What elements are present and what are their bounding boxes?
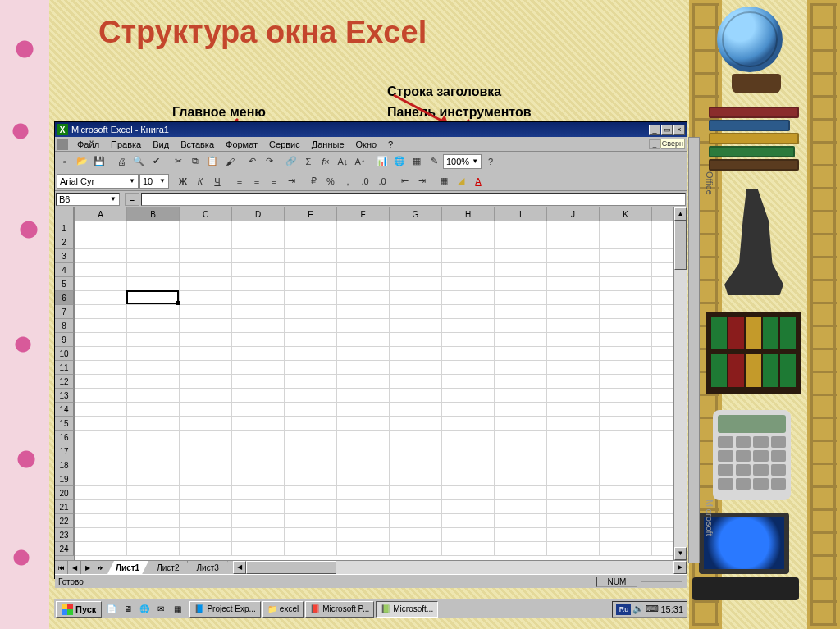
row-header[interactable]: 22 <box>55 514 74 528</box>
row-header[interactable]: 10 <box>55 347 74 361</box>
quicklaunch-icon[interactable]: 📄 <box>104 602 119 617</box>
sort-asc-button[interactable]: A↓ <box>335 153 351 170</box>
font-name-dropdown[interactable]: Arial Cyr▼ <box>57 174 139 189</box>
row-header[interactable]: 18 <box>55 458 74 472</box>
save-button[interactable]: 💾 <box>91 153 107 170</box>
office-shortcut-bar[interactable] <box>688 137 700 563</box>
cut-button[interactable]: ✂ <box>170 153 186 170</box>
new-button[interactable]: ▫ <box>57 153 73 170</box>
row-header[interactable]: 5 <box>55 277 74 291</box>
row-header[interactable]: 21 <box>55 500 74 514</box>
percent-button[interactable]: % <box>322 173 339 189</box>
paste-button[interactable]: 📋 <box>204 153 221 170</box>
help-button[interactable]: ? <box>482 153 499 170</box>
tab-nav-last[interactable]: ⏭ <box>94 561 107 574</box>
menu-help[interactable]: ? <box>382 139 399 150</box>
row-header[interactable]: 1 <box>55 221 74 235</box>
autosum-button[interactable]: Σ <box>300 153 317 170</box>
tab-nav-prev[interactable]: ◀ <box>68 561 81 574</box>
preview-button[interactable]: 🔍 <box>130 153 147 170</box>
column-header[interactable]: B <box>127 207 180 221</box>
bold-button[interactable]: Ж <box>175 173 191 189</box>
row-header[interactable]: 11 <box>55 361 74 375</box>
font-size-dropdown[interactable]: 10▼ <box>139 174 169 189</box>
hyperlink-button[interactable]: 🔗 <box>283 153 299 170</box>
drawing-button[interactable]: ✎ <box>426 153 442 170</box>
quicklaunch-icon[interactable]: 🌐 <box>137 602 152 617</box>
inc-indent-button[interactable]: ⇥ <box>413 173 430 189</box>
tray-icon[interactable]: ⌨ <box>646 604 659 614</box>
taskbar-task[interactable]: 📕Microsoft P... <box>305 601 374 618</box>
row-header[interactable]: 12 <box>55 375 74 389</box>
scroll-right-button[interactable]: ▶ <box>673 561 687 574</box>
borders-button[interactable]: ▦ <box>436 173 452 189</box>
dec-indent-button[interactable]: ⇤ <box>396 173 413 189</box>
select-all-corner[interactable] <box>55 207 74 221</box>
italic-button[interactable]: К <box>192 173 208 189</box>
spell-button[interactable]: ✔ <box>148 153 164 170</box>
formula-input[interactable] <box>141 193 686 206</box>
horizontal-scrollbar[interactable]: ◀ ▶ <box>233 561 687 574</box>
quicklaunch-icon[interactable]: ✉ <box>153 602 168 617</box>
tab-nav-next[interactable]: ▶ <box>81 561 94 574</box>
document-icon[interactable] <box>57 139 68 150</box>
row-header[interactable]: 16 <box>55 431 74 444</box>
zoom-dropdown[interactable]: 100%▼ <box>443 154 482 169</box>
sort-desc-button[interactable]: A↑ <box>352 153 368 170</box>
format-painter-button[interactable]: 🖌 <box>221 153 238 170</box>
minimize-button[interactable]: _ <box>649 125 660 135</box>
row-header[interactable]: 2 <box>55 235 74 249</box>
row-header[interactable]: 24 <box>55 542 74 556</box>
taskbar-task[interactable]: 📘Project Exp... <box>189 601 260 618</box>
column-header[interactable]: H <box>442 207 495 221</box>
row-header[interactable]: 4 <box>55 263 74 277</box>
clock[interactable]: 15:31 <box>660 604 683 614</box>
menu-view[interactable]: Вид <box>147 139 175 150</box>
row-header[interactable]: 9 <box>55 333 74 347</box>
align-center-button[interactable]: ≡ <box>249 173 265 189</box>
close-button[interactable]: × <box>673 125 685 135</box>
column-header[interactable]: C <box>180 207 232 221</box>
column-header[interactable]: K <box>600 207 652 221</box>
scroll-thumb[interactable] <box>674 221 687 270</box>
taskbar-task[interactable]: 📁excel <box>262 601 304 618</box>
underline-button[interactable]: Ч <box>209 173 226 189</box>
sheet-tab[interactable]: Лист3 <box>188 561 227 574</box>
title-bar[interactable]: X Microsoft Excel - Книга1 _ ▭ × <box>55 122 687 137</box>
copy-button[interactable]: ⧉ <box>187 153 203 170</box>
language-indicator[interactable]: Ru <box>616 604 631 615</box>
row-header[interactable]: 17 <box>55 444 74 458</box>
doc-minimize-button[interactable]: _ <box>649 139 660 149</box>
row-header[interactable]: 19 <box>55 472 74 486</box>
row-header[interactable]: 8 <box>55 319 74 333</box>
vertical-scrollbar[interactable]: ▲ ▼ <box>673 207 687 560</box>
column-header[interactable]: I <box>495 207 547 221</box>
column-header[interactable]: E <box>285 207 337 221</box>
menu-data[interactable]: Данные <box>306 139 350 150</box>
row-header[interactable]: 7 <box>55 305 74 319</box>
print-button[interactable]: 🖨 <box>113 153 130 170</box>
column-header[interactable]: F <box>337 207 390 221</box>
sheet-tab[interactable]: Лист2 <box>148 561 188 574</box>
start-button[interactable]: Пуск <box>56 601 102 618</box>
menu-format[interactable]: Формат <box>220 139 263 150</box>
column-header[interactable]: J <box>547 207 600 221</box>
chart-button[interactable]: 📊 <box>374 153 390 170</box>
quicklaunch-icon[interactable]: 🖥 <box>121 602 135 617</box>
row-header[interactable]: 6 <box>55 291 74 305</box>
menu-file[interactable]: Файл <box>71 139 105 150</box>
redo-button[interactable]: ↷ <box>261 153 277 170</box>
menu-window[interactable]: Окно <box>350 139 383 150</box>
font-color-button[interactable]: A <box>470 173 486 189</box>
column-header[interactable]: D <box>232 207 285 221</box>
sheet-tab[interactable]: Лист1 <box>107 561 148 574</box>
scroll-up-button[interactable]: ▲ <box>674 207 687 221</box>
row-header[interactable]: 15 <box>55 417 74 431</box>
pivot-button[interactable]: ▦ <box>409 153 425 170</box>
open-button[interactable]: 📂 <box>74 153 90 170</box>
scroll-left-button[interactable]: ◀ <box>233 561 246 574</box>
scroll-down-button[interactable]: ▼ <box>674 547 687 560</box>
tab-nav-first[interactable]: ⏮ <box>55 561 68 574</box>
dec-decimal-button[interactable]: .0 <box>374 173 390 189</box>
fill-color-button[interactable]: ◢ <box>453 173 469 189</box>
